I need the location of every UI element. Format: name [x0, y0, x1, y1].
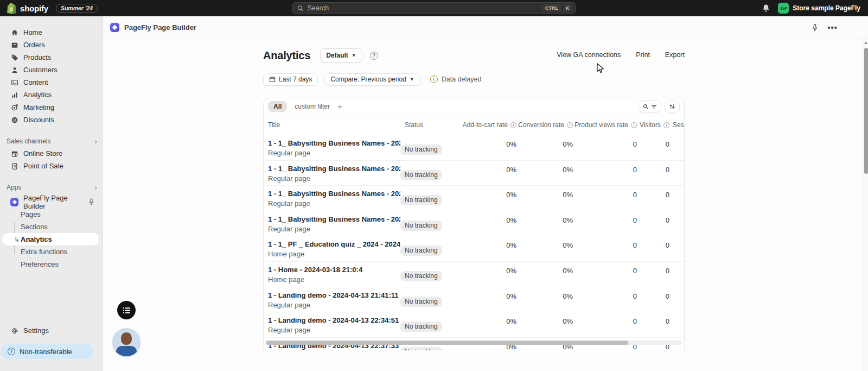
help-icon[interactable]: ? — [370, 52, 378, 60]
sidebar-item-point-of-sale[interactable]: $ Point of Sale — [0, 160, 103, 172]
sort-button[interactable] — [665, 100, 680, 112]
row-title-link[interactable]: 1 - 1_ Babysitting Business Names - 2024… — [268, 139, 395, 147]
table-row[interactable]: 1 - Home - 2024-03-18 21:0:4 Home page N… — [264, 262, 684, 287]
pagefly-app-icon — [10, 198, 18, 206]
row-title-link[interactable]: 1 - Landing demo - 2024-04-13 22:34:51 — [268, 316, 395, 324]
store-profile-button[interactable]: SsP Store sample PageFly — [778, 3, 860, 14]
row-title-link[interactable]: 1 - Landing demo - 2024-04-13 21:41:11 — [268, 291, 395, 299]
export-button[interactable]: Export — [665, 51, 685, 59]
status-badge: No tracking — [400, 144, 442, 155]
sidebar-item-customers[interactable]: Customers — [0, 64, 103, 76]
compare-dropdown[interactable]: Compare: Previous period ▼ — [324, 73, 420, 86]
shopify-logo[interactable]: S shopify Summer '24 — [0, 3, 98, 14]
apps-header[interactable]: Apps › — [0, 181, 103, 193]
view-ga-connections-button[interactable]: View GA connections — [557, 51, 621, 59]
sidebar-item-online-store[interactable]: Online Store — [0, 147, 103, 160]
view-selector-dropdown[interactable]: Default ▼ — [320, 48, 362, 62]
row-title-link[interactable]: 1 - 1_ Babysitting Business Names - 2024… — [268, 165, 395, 173]
more-actions-icon[interactable]: ••• — [827, 23, 838, 32]
info-icon: i — [663, 122, 669, 128]
sidebar-item-products[interactable]: Products — [0, 51, 103, 64]
pin-icon[interactable] — [88, 198, 95, 205]
shortcut-k: K — [563, 4, 572, 12]
cell-visitors: 0 — [637, 161, 669, 186]
cell-sessions — [669, 312, 685, 337]
table-row[interactable]: 1 - 1_ Babysitting Business Names - 2024… — [264, 135, 684, 161]
calendar-icon — [269, 76, 276, 83]
cell-sessions — [669, 161, 685, 186]
column-product-views-rate[interactable]: Product views ratei — [573, 121, 637, 129]
sidebar-item-pagefly[interactable]: PageFly Page Builder — [0, 196, 103, 208]
cell-add-to-cart: 0% — [461, 161, 516, 186]
horizontal-scrollbar[interactable] — [266, 341, 682, 345]
status-badge: No tracking — [400, 195, 442, 205]
sidebar-item-home[interactable]: Home — [0, 26, 103, 39]
list-icon — [123, 307, 131, 314]
cell-product-views: 0 — [573, 287, 637, 312]
table-row[interactable]: 1 - 1_ Babysitting Business Names - 2024… — [264, 211, 684, 237]
column-conversion-rate[interactable]: Conversion ratei — [516, 121, 573, 129]
vertical-scrollbar-thumb[interactable] — [864, 48, 868, 174]
date-range-button[interactable]: Last 7 days — [263, 73, 318, 86]
cell-product-views: 0 — [573, 135, 637, 160]
chevron-right-icon: › — [94, 139, 97, 144]
app-header: PageFly Page Builder ••• — [103, 16, 868, 39]
vertical-scrollbar[interactable] — [863, 39, 868, 371]
sidebar-item-content[interactable]: Content — [0, 76, 103, 89]
sidebar-subitem-sections[interactable]: Sections — [0, 221, 103, 233]
tab-custom-filter[interactable]: custom filter — [295, 103, 330, 110]
pagefly-app-icon — [110, 23, 119, 32]
cell-add-to-cart: 0% — [461, 186, 516, 211]
scroll-up-arrow[interactable] — [864, 41, 867, 44]
row-type-label: Regular page — [268, 149, 395, 157]
cell-product-views: 0 — [573, 211, 637, 236]
status-badge: No tracking — [400, 170, 442, 180]
sidebar-item-settings[interactable]: Settings — [0, 324, 103, 337]
notification-bell-icon[interactable] — [762, 4, 770, 12]
row-type-label: Regular page — [268, 174, 395, 183]
cell-conversion: 0% — [516, 161, 573, 186]
table-row[interactable]: 1 - 1_ Babysitting Business Names - 2024… — [264, 186, 684, 211]
row-title-link[interactable]: 1 - 1_ PF _ Education quiz _ 2024 - 2024… — [268, 240, 395, 248]
products-icon — [10, 53, 18, 61]
sort-arrows-icon — [669, 103, 675, 110]
print-button[interactable]: Print — [636, 51, 650, 59]
analytics-table-card: All custom filter + Title Status Add-to-… — [263, 98, 685, 350]
cell-sessions — [669, 186, 685, 211]
row-title-link[interactable]: 1 - 1_ Babysitting Business Names - 2024… — [268, 215, 395, 223]
column-add-to-cart-rate[interactable]: Add-to-cart ratei — [461, 121, 516, 129]
cell-add-to-cart: 0% — [461, 236, 516, 261]
sidebar-item-marketing[interactable]: Marketing — [0, 101, 103, 114]
global-search-input[interactable]: Search CTRL K — [292, 2, 576, 14]
add-view-button[interactable]: + — [337, 104, 342, 109]
sidebar-subitem-extra-functions[interactable]: Extra functions — [0, 246, 103, 258]
sidebar-subitem-pages[interactable]: Pages — [0, 208, 103, 221]
floating-menu-button[interactable] — [117, 301, 136, 319]
row-title-link[interactable]: 1 - 1_ Babysitting Business Names - 2024… — [268, 190, 395, 198]
cell-conversion: 0% — [516, 262, 573, 287]
table-row[interactable]: 1 - Landing demo - 2024-04-13 22:34:51 R… — [264, 312, 684, 338]
cell-conversion: 0% — [516, 211, 573, 236]
pin-app-icon[interactable] — [811, 24, 819, 32]
sidebar-item-analytics[interactable]: Analytics — [0, 89, 103, 101]
column-title[interactable]: Title — [264, 121, 400, 129]
user-avatar[interactable] — [112, 328, 141, 356]
table-row[interactable]: 1 - 1_ Babysitting Business Names - 2024… — [264, 161, 684, 186]
column-sessions[interactable]: Sess — [669, 121, 685, 129]
column-status[interactable]: Status — [400, 121, 461, 129]
table-row[interactable]: 1 - 1_ PF _ Education quiz _ 2024 - 2024… — [264, 236, 684, 262]
main-area: PageFly Page Builder ••• Analytics Defau… — [103, 16, 868, 371]
sidebar-item-orders[interactable]: Orders — [0, 39, 103, 51]
sidebar-subitem-analytics[interactable]: ↳ Analytics — [2, 233, 99, 246]
table-row[interactable]: 1 - Landing demo - 2024-04-13 21:41:11 R… — [264, 287, 684, 313]
sidebar-subitem-preferences[interactable]: Preferences — [0, 258, 103, 271]
column-visitors[interactable]: Visitorsi — [637, 121, 669, 129]
horizontal-scrollbar-thumb[interactable] — [266, 341, 628, 345]
row-title-link[interactable]: 1 - Home - 2024-03-18 21:0:4 — [268, 266, 395, 274]
tab-all[interactable]: All — [268, 101, 287, 112]
search-filter-button[interactable] — [639, 100, 661, 112]
non-transferable-badge[interactable]: i Non-transferable — [1, 344, 93, 359]
sidebar-item-discounts[interactable]: Discounts — [0, 114, 103, 126]
sales-channels-header[interactable]: Sales channels › — [0, 135, 103, 147]
info-icon: i — [510, 122, 516, 128]
